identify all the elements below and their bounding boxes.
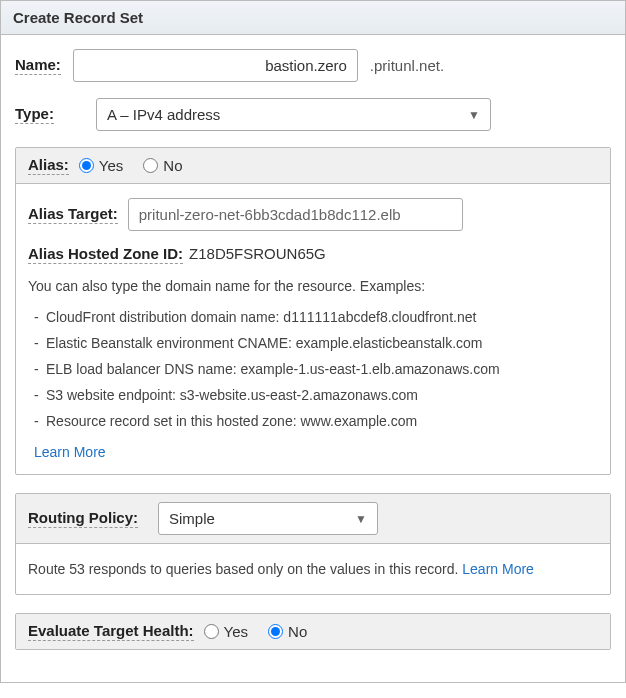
alias-yes-radio[interactable] [79, 158, 94, 173]
eval-health-no-option[interactable]: No [268, 623, 307, 640]
eval-health-yes-radio[interactable] [204, 624, 219, 639]
routing-learn-more-link[interactable]: Learn More [462, 561, 534, 577]
routing-select[interactable]: Simple ▼ [158, 502, 378, 535]
alias-hosted-zone-label: Alias Hosted Zone ID: [28, 245, 183, 264]
routing-label: Routing Policy: [28, 509, 138, 528]
eval-health-yes-option[interactable]: Yes [204, 623, 248, 640]
eval-health-panel: Evaluate Target Health: Yes No [15, 613, 611, 650]
alias-header: Alias: Yes No [16, 148, 610, 184]
create-record-set-panel: Create Record Set Name: .pritunl.net. Ty… [0, 0, 626, 683]
eval-health-header: Evaluate Target Health: Yes No [16, 614, 610, 649]
alias-examples-list: CloudFront distribution domain name: d11… [28, 304, 598, 434]
alias-hosted-zone-value: Z18D5FSROUN65G [189, 245, 326, 264]
type-row: Type: A – IPv4 address ▼ [15, 98, 611, 131]
list-item: ELB load balancer DNS name: example-1.us… [34, 356, 598, 382]
name-row: Name: .pritunl.net. [15, 49, 611, 82]
list-item: Resource record set in this hosted zone:… [34, 408, 598, 434]
alias-help-text: You can also type the domain name for th… [28, 278, 598, 294]
panel-body: Name: .pritunl.net. Type: A – IPv4 addre… [1, 35, 625, 682]
type-label: Type: [15, 105, 54, 124]
type-selected-value: A – IPv4 address [107, 106, 220, 123]
alias-label: Alias: [28, 156, 69, 175]
alias-hosted-zone-row: Alias Hosted Zone ID: Z18D5FSROUN65G [28, 245, 598, 264]
routing-desc: Route 53 responds to queries based only … [16, 544, 610, 594]
alias-body: Alias Target: Alias Hosted Zone ID: Z18D… [16, 184, 610, 474]
routing-selected-value: Simple [169, 510, 215, 527]
eval-health-no-radio[interactable] [268, 624, 283, 639]
list-item: S3 website endpoint: s3-website.us-east-… [34, 382, 598, 408]
name-label: Name: [15, 56, 61, 75]
alias-target-row: Alias Target: [28, 198, 598, 231]
name-input[interactable] [73, 49, 358, 82]
routing-header: Routing Policy: Simple ▼ [16, 494, 610, 544]
chevron-down-icon: ▼ [355, 512, 367, 526]
eval-health-label: Evaluate Target Health: [28, 622, 194, 641]
alias-no-radio[interactable] [143, 158, 158, 173]
alias-yes-option[interactable]: Yes [79, 157, 123, 174]
list-item: CloudFront distribution domain name: d11… [34, 304, 598, 330]
alias-panel: Alias: Yes No Alias Target: [15, 147, 611, 475]
routing-panel: Routing Policy: Simple ▼ Route 53 respon… [15, 493, 611, 595]
routing-desc-text: Route 53 responds to queries based only … [28, 561, 462, 577]
alias-no-option[interactable]: No [143, 157, 182, 174]
list-item: Elastic Beanstalk environment CNAME: exa… [34, 330, 598, 356]
alias-target-label: Alias Target: [28, 205, 118, 224]
type-select[interactable]: A – IPv4 address ▼ [96, 98, 491, 131]
alias-radio-group: Yes No [79, 157, 183, 174]
eval-health-radio-group: Yes No [204, 623, 308, 640]
alias-learn-more-link[interactable]: Learn More [28, 444, 106, 460]
alias-target-input[interactable] [128, 198, 463, 231]
name-suffix: .pritunl.net. [370, 57, 444, 74]
panel-title: Create Record Set [1, 1, 625, 35]
chevron-down-icon: ▼ [468, 108, 480, 122]
